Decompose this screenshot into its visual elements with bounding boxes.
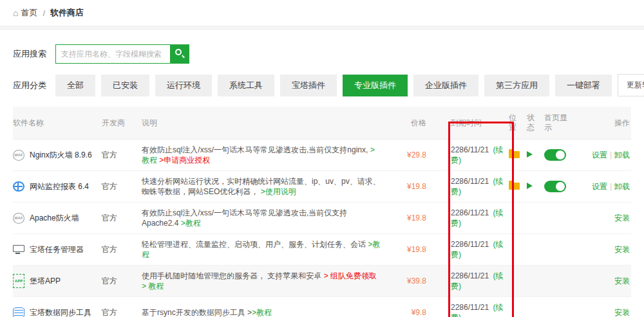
search-input[interactable] [55, 44, 170, 64]
description-text: 使用手机随时随地管理您的服务器， 支持苹果和安卓 [142, 271, 324, 280]
bt-app-icon: APP [13, 274, 24, 288]
waf-shield-icon: WAF [13, 213, 24, 224]
category-tab-installed[interactable]: 已安装 [101, 75, 149, 96]
app-description: 使用手机随时随地管理您的服务器， 支持苹果和安卓 > 组队免费领取 > 教程 [142, 266, 382, 297]
table-row: WAF Apache防火墙 官方 有效防止sql注入/xss/一句话木马等常见渗… [13, 203, 631, 234]
header-homepage-display: 首页显示 [544, 107, 575, 140]
search-button[interactable] [170, 44, 189, 64]
app-developer: 官方 [102, 266, 142, 297]
homepage-display-toggle[interactable] [544, 181, 566, 192]
breadcrumb-separator: / [43, 8, 45, 18]
breadcrumb-home-link[interactable]: ⌂ 首页 [13, 7, 37, 19]
install-link[interactable]: 安装 [614, 308, 630, 317]
app-price: ¥19.8 [382, 171, 430, 203]
table-row: 宝塔数据同步工具 官方 基于rsync开发的数据同步工具 >>教程 ¥9.8 2… [13, 297, 631, 317]
category-tab-bt-plugin[interactable]: 宝塔插件 [280, 75, 337, 96]
breadcrumb: ⌂ 首页 / 软件商店 [0, 0, 644, 26]
app-developer: 官方 [102, 297, 142, 317]
play-icon[interactable] [527, 151, 533, 158]
description-text: 有效防止sql注入/xss/一句话木马等常见渗透攻击,当前仅支持Apache2.… [142, 208, 347, 228]
app-description: 轻松管理进程、流量监控、启动项、用户、服务、计划任务、会话 >教程 [142, 234, 382, 266]
uninstall-link[interactable]: 卸载 [614, 182, 630, 191]
expiry-date: 2286/11/21 [451, 208, 491, 217]
header-software-name: 软件名称 [13, 107, 102, 140]
header-developer: 开发商 [102, 107, 142, 140]
category-tab-enterprise-plugin[interactable]: 企业版插件 [413, 75, 478, 96]
breadcrumb-home-label: 首页 [21, 7, 37, 19]
app-name: 宝塔数据同步工具 [30, 307, 91, 317]
table-row: APP 堡塔APP 官方 使用手机随时随地管理您的服务器， 支持苹果和安卓 > … [13, 266, 631, 297]
divider-band [0, 26, 644, 30]
expiry-date: 2286/11/21 [451, 145, 491, 154]
header-description: 说明 [142, 107, 382, 140]
app-category-row: 应用分类 全部已安装运行环境系统工具宝塔插件专业版插件企业版插件第三方应用一键部… [13, 74, 631, 96]
settings-link[interactable]: 设置 [592, 182, 607, 191]
description-text: 有效防止sql注入/xss/一句话木马等常见渗透攻击,当前仅支持nginx, [142, 145, 370, 154]
settings-link[interactable]: 设置 [592, 150, 607, 159]
folder-icon[interactable] [509, 183, 520, 190]
table-row: 宝塔任务管理器 官方 轻松管理进程、流量监控、启动项、用户、服务、计划任务、会话… [13, 234, 631, 266]
category-tabs: 全部已安装运行环境系统工具宝塔插件专业版插件企业版插件第三方应用一键部署 [55, 75, 618, 96]
install-link[interactable]: 安装 [614, 245, 630, 254]
table-header-row: 软件名称 开发商 说明 价格 到期时间 位置 状态 首页显示 操作 [13, 107, 631, 140]
app-price: ¥9.8 [382, 297, 430, 317]
header-actions: 操作 [575, 107, 631, 140]
category-tab-runtime[interactable]: 运行环境 [155, 75, 212, 96]
search-box [55, 44, 189, 64]
description-text: 轻松管理进程、流量监控、启动项、用户、服务、计划任务、会话 [142, 240, 368, 249]
update-software-list-button[interactable]: 更新软件列表 [618, 74, 644, 96]
description-link[interactable]: >申请商业授权 [159, 156, 210, 165]
category-tab-pro-plugin[interactable]: 专业版插件 [343, 75, 408, 96]
table-row: 网站监控报表 6.4 官方 快速分析网站运行状况，实时精确统计网站流量、ip、u… [13, 171, 631, 203]
uninstall-link[interactable]: 卸载 [614, 150, 630, 159]
app-name: 宝塔任务管理器 [30, 244, 84, 255]
description-link[interactable]: > 组队免费领取 [324, 271, 377, 280]
category-tab-all[interactable]: 全部 [55, 75, 95, 96]
category-tab-system-tools[interactable]: 系统工具 [218, 75, 274, 96]
header-expiry: 到期时间 [430, 107, 509, 140]
description-link[interactable]: >使用说明 [261, 187, 296, 196]
install-link[interactable]: 安装 [614, 276, 630, 285]
app-price: ¥19.8 [382, 203, 430, 234]
app-description: 快速分析网站运行状况，实时精确统计网站流量、ip、uv、pv、请求、蜘蛛等数据，… [142, 171, 382, 203]
search-icon [175, 49, 182, 55]
database-sync-icon [13, 307, 24, 317]
app-search-row: 应用搜索 [13, 44, 631, 64]
play-icon[interactable] [527, 183, 533, 189]
description-link[interactable]: >教程 [181, 219, 201, 228]
app-description: 有效防止sql注入/xss/一句话木马等常见渗透攻击,当前仅支持nginx, >… [142, 140, 382, 171]
app-developer: 官方 [102, 234, 142, 266]
expiry-date: 2286/11/21 [451, 303, 491, 312]
software-store-page: ⌂ 首页 / 软件商店 应用搜索 应用分类 全部已安装运行环境系统工具宝塔插件专… [0, 0, 644, 317]
category-tab-third-party[interactable]: 第三方应用 [484, 75, 549, 96]
app-name: 堡塔APP [30, 276, 61, 286]
app-developer: 官方 [102, 203, 142, 234]
homepage-display-toggle[interactable] [544, 149, 566, 161]
software-table-body: WAF Nginx防火墙 8.9.6 官方 有效防止sql注入/xss/一句话木… [13, 140, 631, 317]
app-price: ¥19.8 [382, 234, 430, 266]
header-price: 价格 [382, 107, 430, 140]
app-developer: 官方 [102, 140, 142, 171]
search-label: 应用搜索 [13, 48, 46, 60]
category-tab-one-click[interactable]: 一键部署 [555, 75, 612, 96]
app-description: 基于rsync开发的数据同步工具 >>教程 [142, 297, 382, 317]
folder-icon[interactable] [509, 151, 520, 158]
table-row: WAF Nginx防火墙 8.9.6 官方 有效防止sql注入/xss/一句话木… [13, 140, 631, 171]
description-link[interactable]: >教程 [252, 308, 272, 317]
app-name: Nginx防火墙 8.9.6 [30, 150, 92, 160]
install-link[interactable]: 安装 [614, 213, 630, 222]
task-manager-icon [13, 245, 24, 252]
action-separator: | [610, 182, 612, 191]
app-name: Apache防火墙 [30, 213, 79, 223]
app-price: ¥29.8 [382, 140, 430, 171]
page-title: 软件商店 [50, 7, 84, 19]
description-link[interactable]: > 教程 [142, 282, 164, 291]
description-text: 基于rsync开发的数据同步工具 > [142, 308, 252, 317]
home-icon: ⌂ [13, 8, 18, 17]
header-status: 状态 [527, 107, 544, 140]
app-description: 有效防止sql注入/xss/一句话木马等常见渗透攻击,当前仅支持Apache2.… [142, 203, 382, 234]
expiry-date: 2286/11/21 [451, 271, 491, 280]
app-name: 网站监控报表 6.4 [30, 181, 89, 192]
software-table: 软件名称 开发商 说明 价格 到期时间 位置 状态 首页显示 操作 WAF Ng… [13, 107, 631, 317]
app-developer: 官方 [102, 171, 142, 203]
